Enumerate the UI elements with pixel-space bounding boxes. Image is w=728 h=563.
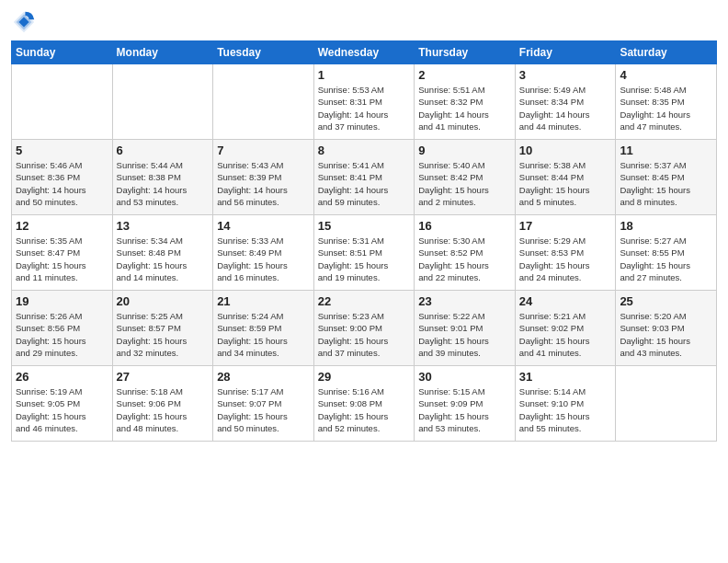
day-info: Sunrise: 5:19 AM Sunset: 9:05 PM Dayligh… bbox=[16, 385, 108, 434]
logo-icon bbox=[11, 9, 37, 35]
week-row-2: 5Sunrise: 5:46 AM Sunset: 8:36 PM Daylig… bbox=[12, 140, 717, 215]
day-number: 24 bbox=[519, 294, 612, 308]
day-cell: 14Sunrise: 5:33 AM Sunset: 8:49 PM Dayli… bbox=[213, 215, 314, 291]
day-info: Sunrise: 5:37 AM Sunset: 8:45 PM Dayligh… bbox=[620, 159, 712, 208]
day-cell: 31Sunrise: 5:14 AM Sunset: 9:10 PM Dayli… bbox=[515, 366, 616, 442]
calendar-table: SundayMondayTuesdayWednesdayThursdayFrid… bbox=[11, 40, 717, 442]
day-info: Sunrise: 5:18 AM Sunset: 9:06 PM Dayligh… bbox=[117, 385, 210, 434]
day-info: Sunrise: 5:48 AM Sunset: 8:35 PM Dayligh… bbox=[620, 84, 712, 132]
day-number: 13 bbox=[117, 219, 210, 233]
day-cell: 18Sunrise: 5:27 AM Sunset: 8:55 PM Dayli… bbox=[616, 215, 717, 291]
day-number: 6 bbox=[117, 144, 210, 157]
day-info: Sunrise: 5:51 AM Sunset: 8:32 PM Dayligh… bbox=[418, 84, 511, 132]
day-info: Sunrise: 5:35 AM Sunset: 8:47 PM Dayligh… bbox=[16, 235, 108, 283]
day-number: 18 bbox=[620, 219, 712, 233]
day-info: Sunrise: 5:43 AM Sunset: 8:39 PM Dayligh… bbox=[217, 159, 310, 208]
day-cell: 5Sunrise: 5:46 AM Sunset: 8:36 PM Daylig… bbox=[12, 140, 113, 215]
day-cell: 19Sunrise: 5:26 AM Sunset: 8:56 PM Dayli… bbox=[12, 291, 113, 366]
day-number: 27 bbox=[117, 370, 210, 384]
day-number: 22 bbox=[318, 294, 411, 308]
weekday-header-row: SundayMondayTuesdayWednesdayThursdayFrid… bbox=[12, 41, 717, 64]
day-cell bbox=[213, 64, 314, 140]
logo bbox=[11, 9, 40, 35]
day-info: Sunrise: 5:14 AM Sunset: 9:10 PM Dayligh… bbox=[519, 385, 612, 434]
day-info: Sunrise: 5:38 AM Sunset: 8:44 PM Dayligh… bbox=[519, 159, 612, 208]
day-info: Sunrise: 5:16 AM Sunset: 9:08 PM Dayligh… bbox=[318, 385, 411, 434]
day-cell: 7Sunrise: 5:43 AM Sunset: 8:39 PM Daylig… bbox=[213, 140, 314, 215]
day-number: 21 bbox=[217, 294, 310, 308]
day-cell: 11Sunrise: 5:37 AM Sunset: 8:45 PM Dayli… bbox=[616, 140, 717, 215]
calendar-container: SundayMondayTuesdayWednesdayThursdayFrid… bbox=[0, 0, 728, 563]
day-cell: 1Sunrise: 5:53 AM Sunset: 8:31 PM Daylig… bbox=[313, 64, 415, 140]
day-cell: 24Sunrise: 5:21 AM Sunset: 9:02 PM Dayli… bbox=[515, 291, 616, 366]
day-info: Sunrise: 5:33 AM Sunset: 8:49 PM Dayligh… bbox=[217, 235, 310, 283]
day-cell: 10Sunrise: 5:38 AM Sunset: 8:44 PM Dayli… bbox=[515, 140, 616, 215]
day-number: 31 bbox=[519, 370, 612, 384]
day-cell: 8Sunrise: 5:41 AM Sunset: 8:41 PM Daylig… bbox=[313, 140, 415, 215]
weekday-header-thursday: Thursday bbox=[415, 41, 516, 64]
day-info: Sunrise: 5:40 AM Sunset: 8:42 PM Dayligh… bbox=[418, 159, 511, 208]
day-cell: 25Sunrise: 5:20 AM Sunset: 9:03 PM Dayli… bbox=[616, 291, 717, 366]
day-number: 29 bbox=[318, 370, 411, 384]
weekday-header-friday: Friday bbox=[515, 41, 616, 64]
day-cell bbox=[12, 64, 113, 140]
day-cell: 12Sunrise: 5:35 AM Sunset: 8:47 PM Dayli… bbox=[12, 215, 113, 291]
day-number: 30 bbox=[418, 370, 511, 384]
day-info: Sunrise: 5:46 AM Sunset: 8:36 PM Dayligh… bbox=[16, 159, 108, 208]
weekday-header-wednesday: Wednesday bbox=[313, 41, 415, 64]
weekday-header-tuesday: Tuesday bbox=[213, 41, 314, 64]
day-number: 7 bbox=[217, 144, 310, 157]
day-cell: 15Sunrise: 5:31 AM Sunset: 8:51 PM Dayli… bbox=[313, 215, 415, 291]
day-cell: 6Sunrise: 5:44 AM Sunset: 8:38 PM Daylig… bbox=[112, 140, 213, 215]
day-number: 20 bbox=[117, 294, 210, 308]
day-info: Sunrise: 5:24 AM Sunset: 8:59 PM Dayligh… bbox=[217, 310, 310, 359]
day-cell: 20Sunrise: 5:25 AM Sunset: 8:57 PM Dayli… bbox=[112, 291, 213, 366]
day-cell: 27Sunrise: 5:18 AM Sunset: 9:06 PM Dayli… bbox=[112, 366, 213, 442]
day-info: Sunrise: 5:41 AM Sunset: 8:41 PM Dayligh… bbox=[318, 159, 411, 208]
day-cell: 29Sunrise: 5:16 AM Sunset: 9:08 PM Dayli… bbox=[313, 366, 415, 442]
day-number: 23 bbox=[418, 294, 511, 308]
day-number: 11 bbox=[620, 144, 712, 157]
day-cell: 23Sunrise: 5:22 AM Sunset: 9:01 PM Dayli… bbox=[415, 291, 516, 366]
day-info: Sunrise: 5:25 AM Sunset: 8:57 PM Dayligh… bbox=[117, 310, 210, 359]
day-number: 17 bbox=[519, 219, 612, 233]
day-number: 4 bbox=[620, 68, 712, 82]
day-number: 28 bbox=[217, 370, 310, 384]
day-info: Sunrise: 5:34 AM Sunset: 8:48 PM Dayligh… bbox=[117, 235, 210, 283]
day-info: Sunrise: 5:15 AM Sunset: 9:09 PM Dayligh… bbox=[418, 385, 511, 434]
day-number: 5 bbox=[16, 144, 108, 157]
day-number: 1 bbox=[318, 68, 411, 82]
day-info: Sunrise: 5:44 AM Sunset: 8:38 PM Dayligh… bbox=[117, 159, 210, 208]
day-info: Sunrise: 5:23 AM Sunset: 9:00 PM Dayligh… bbox=[318, 310, 411, 359]
day-cell: 16Sunrise: 5:30 AM Sunset: 8:52 PM Dayli… bbox=[415, 215, 516, 291]
week-row-4: 19Sunrise: 5:26 AM Sunset: 8:56 PM Dayli… bbox=[12, 291, 717, 366]
day-info: Sunrise: 5:21 AM Sunset: 9:02 PM Dayligh… bbox=[519, 310, 612, 359]
day-cell: 28Sunrise: 5:17 AM Sunset: 9:07 PM Dayli… bbox=[213, 366, 314, 442]
day-info: Sunrise: 5:17 AM Sunset: 9:07 PM Dayligh… bbox=[217, 385, 310, 434]
day-info: Sunrise: 5:27 AM Sunset: 8:55 PM Dayligh… bbox=[620, 235, 712, 283]
day-cell: 21Sunrise: 5:24 AM Sunset: 8:59 PM Dayli… bbox=[213, 291, 314, 366]
day-cell bbox=[616, 366, 717, 442]
day-info: Sunrise: 5:30 AM Sunset: 8:52 PM Dayligh… bbox=[418, 235, 511, 283]
day-number: 8 bbox=[318, 144, 411, 157]
day-number: 19 bbox=[16, 294, 108, 308]
day-number: 25 bbox=[620, 294, 712, 308]
day-number: 10 bbox=[519, 144, 612, 157]
day-cell: 26Sunrise: 5:19 AM Sunset: 9:05 PM Dayli… bbox=[12, 366, 113, 442]
day-number: 14 bbox=[217, 219, 310, 233]
week-row-1: 1Sunrise: 5:53 AM Sunset: 8:31 PM Daylig… bbox=[12, 64, 717, 140]
week-row-5: 26Sunrise: 5:19 AM Sunset: 9:05 PM Dayli… bbox=[12, 366, 717, 442]
day-number: 3 bbox=[519, 68, 612, 82]
week-row-3: 12Sunrise: 5:35 AM Sunset: 8:47 PM Dayli… bbox=[12, 215, 717, 291]
header bbox=[11, 9, 717, 35]
day-cell: 9Sunrise: 5:40 AM Sunset: 8:42 PM Daylig… bbox=[415, 140, 516, 215]
day-number: 12 bbox=[16, 219, 108, 233]
day-info: Sunrise: 5:31 AM Sunset: 8:51 PM Dayligh… bbox=[318, 235, 411, 283]
weekday-header-monday: Monday bbox=[112, 41, 213, 64]
day-cell bbox=[112, 64, 213, 140]
day-number: 9 bbox=[418, 144, 511, 157]
day-info: Sunrise: 5:26 AM Sunset: 8:56 PM Dayligh… bbox=[16, 310, 108, 359]
day-number: 2 bbox=[418, 68, 511, 82]
day-cell: 17Sunrise: 5:29 AM Sunset: 8:53 PM Dayli… bbox=[515, 215, 616, 291]
day-cell: 13Sunrise: 5:34 AM Sunset: 8:48 PM Dayli… bbox=[112, 215, 213, 291]
